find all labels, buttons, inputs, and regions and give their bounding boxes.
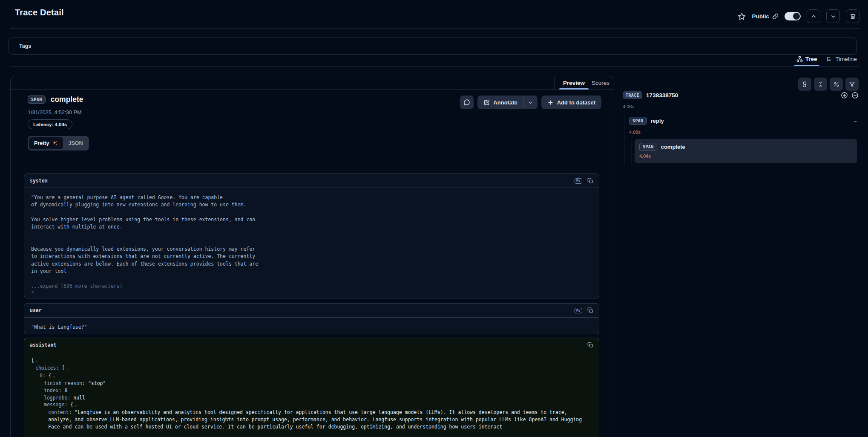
public-toggle[interactable] bbox=[785, 12, 801, 20]
latency-badge: Latency: 4.04s bbox=[28, 119, 72, 129]
system-message-header: system M↓ bbox=[24, 174, 599, 188]
top-bar: Trace Detail Public bbox=[0, 0, 868, 28]
trace-duration: 4.08s bbox=[623, 104, 634, 109]
span-node-reply[interactable]: SPAN reply − bbox=[629, 117, 857, 125]
filter-button[interactable] bbox=[845, 78, 859, 91]
annotate-button[interactable]: Annotate bbox=[477, 96, 523, 109]
expand-all-button[interactable] bbox=[841, 92, 848, 99]
header-divider bbox=[10, 28, 859, 29]
json-toggle[interactable]: JSON bbox=[63, 137, 88, 149]
trace-type-badge: TRACE bbox=[623, 91, 642, 99]
span-duration: 4.04s bbox=[639, 153, 852, 159]
system-message-content: "You are a general purpose AI agent call… bbox=[24, 188, 599, 303]
fold-vertical-icon bbox=[817, 81, 824, 87]
span-type-badge: SPAN bbox=[28, 96, 46, 104]
role-label: system bbox=[30, 178, 48, 184]
section-divider bbox=[10, 66, 859, 67]
collapse-all-button[interactable] bbox=[814, 78, 827, 91]
metrics-toggle-button[interactable] bbox=[830, 78, 843, 91]
trash-icon bbox=[850, 13, 856, 20]
span-node-complete[interactable]: SPAN complete 4.04s bbox=[635, 139, 857, 163]
copy-button[interactable] bbox=[587, 307, 593, 313]
copy-button[interactable] bbox=[587, 178, 593, 184]
view-tabs: Tree Timeline bbox=[796, 55, 857, 66]
tree-toolbar bbox=[798, 78, 859, 91]
comment-button[interactable] bbox=[460, 96, 474, 109]
panel-body: SPAN complete Annotate Add to dataset bbox=[11, 90, 613, 437]
plus-icon bbox=[547, 99, 554, 106]
role-label: assistant bbox=[30, 342, 56, 348]
user-message-content: "What is Langfuse?" bbox=[24, 318, 599, 337]
assistant-message-header: assistant bbox=[24, 338, 599, 352]
next-trace-button[interactable] bbox=[826, 9, 840, 23]
tree-guide-line bbox=[624, 113, 624, 165]
add-to-dataset-label: Add to dataset bbox=[557, 99, 595, 106]
span-name: complete bbox=[661, 144, 685, 150]
tab-preview[interactable]: Preview bbox=[563, 76, 585, 90]
edit-pen-icon bbox=[483, 99, 490, 106]
circle-minus-icon bbox=[851, 92, 859, 99]
comment-bubble-icon bbox=[463, 99, 470, 106]
annotate-dropdown-button[interactable] bbox=[524, 96, 537, 109]
scores-toggle-button[interactable] bbox=[798, 78, 811, 91]
assistant-message-content: {⌄choices: [⌄0: {⌄finish_reason: "stop"i… bbox=[24, 352, 599, 437]
copy-button[interactable] bbox=[587, 342, 593, 348]
award-icon bbox=[802, 81, 808, 87]
share-link-icon bbox=[772, 13, 779, 20]
span-duration: 4.08s bbox=[629, 130, 641, 135]
add-to-dataset-button[interactable]: Add to dataset bbox=[541, 96, 601, 109]
assistant-message-card: assistant {⌄choices: [⌄0: {⌄finish_reaso… bbox=[24, 338, 599, 437]
delete-trace-button[interactable] bbox=[846, 9, 859, 23]
copy-icon bbox=[587, 178, 593, 184]
toggle-knob bbox=[793, 13, 800, 20]
public-share[interactable]: Public bbox=[752, 13, 779, 20]
chevron-down-icon bbox=[528, 100, 533, 105]
tab-timeline-label: Timeline bbox=[835, 56, 857, 62]
copy-icon bbox=[587, 307, 593, 313]
user-message-header: user M↓ bbox=[24, 304, 599, 318]
pretty-label: Pretty bbox=[34, 140, 49, 146]
trace-id: 1738338750 bbox=[646, 92, 678, 98]
timeline-icon bbox=[826, 56, 833, 62]
tab-timeline[interactable]: Timeline bbox=[826, 55, 857, 66]
pretty-toggle[interactable]: Pretty bbox=[29, 137, 63, 149]
tags-box[interactable]: Tags bbox=[9, 38, 857, 55]
tab-scores-label: Scores bbox=[592, 80, 609, 86]
page-title: Trace Detail bbox=[15, 8, 64, 17]
chevron-up-icon bbox=[811, 13, 817, 20]
format-toggle: Pretty JSON bbox=[28, 136, 89, 150]
tab-tree-label: Tree bbox=[805, 56, 817, 62]
bookmark-star-button[interactable] bbox=[738, 12, 746, 20]
system-message-card: system M↓ "You are a general purpose AI … bbox=[24, 174, 599, 298]
trace-node[interactable]: TRACE 1738338750 bbox=[623, 91, 859, 99]
previous-trace-button[interactable] bbox=[807, 9, 820, 23]
circle-plus-icon bbox=[841, 92, 848, 99]
span-actions: Annotate Add to dataset bbox=[460, 96, 601, 109]
annotate-split-button: Annotate bbox=[477, 96, 537, 109]
percent-icon bbox=[833, 81, 839, 87]
span-type-badge: SPAN bbox=[639, 143, 657, 151]
annotate-label: Annotate bbox=[493, 99, 517, 106]
filter-funnel-icon bbox=[849, 81, 855, 87]
tab-preview-label: Preview bbox=[563, 80, 585, 86]
observation-preview-panel: Preview Scores SPAN complete Annotate bbox=[10, 76, 613, 437]
public-label: Public bbox=[752, 13, 769, 20]
star-icon bbox=[738, 12, 746, 20]
markdown-toggle-icon[interactable]: M↓ bbox=[575, 308, 582, 313]
collapse-tree-button[interactable] bbox=[851, 92, 859, 99]
copy-icon bbox=[587, 342, 593, 348]
span-name: reply bbox=[651, 118, 664, 124]
tree-icon bbox=[796, 56, 803, 62]
user-message-card: user M↓ "What is Langfuse?" bbox=[24, 303, 599, 334]
tab-scores[interactable]: Scores bbox=[592, 76, 609, 90]
tags-label: Tags bbox=[19, 43, 31, 49]
span-timestamp: 1/31/2025, 4:52:30 PM bbox=[28, 110, 81, 116]
tab-tree[interactable]: Tree bbox=[796, 55, 817, 66]
trace-tree-panel: TRACE 1738338750 4.08s SPAN reply − 4.08… bbox=[620, 76, 859, 437]
panel-tabs-row: Preview Scores bbox=[11, 76, 613, 90]
role-label: user bbox=[30, 307, 42, 313]
span-type-badge: SPAN bbox=[629, 117, 647, 125]
sparkles-icon bbox=[52, 140, 58, 146]
collapse-node-button[interactable]: − bbox=[854, 118, 857, 124]
markdown-toggle-icon[interactable]: M↓ bbox=[575, 178, 582, 184]
